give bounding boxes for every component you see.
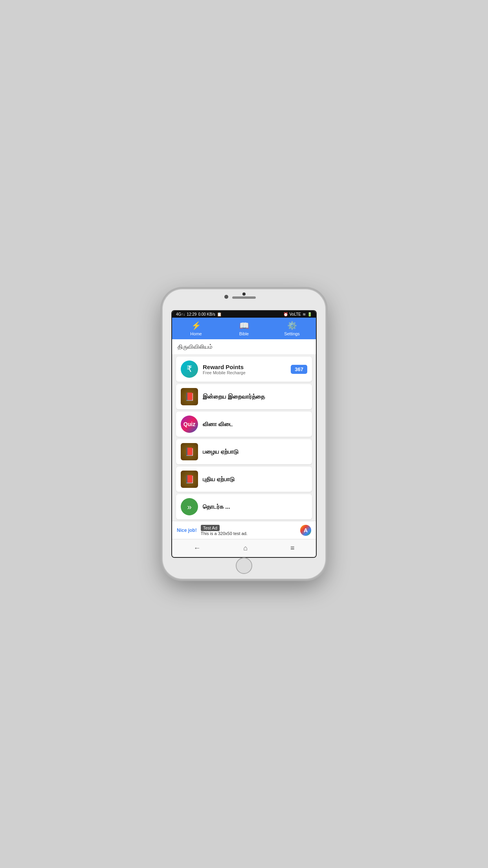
page-title: திருவிவிலியம் <box>172 339 316 354</box>
continue-item[interactable]: » தொடர்க ... <box>176 494 312 519</box>
phone-speaker <box>232 296 256 299</box>
nav-settings-label: Settings <box>284 331 300 336</box>
status-right: ⏰ VoLTE ≋ 🔋 <box>283 312 312 316</box>
old-testament-icon: 📕 <box>181 443 198 460</box>
phone-dot <box>242 292 246 296</box>
settings-icon: ⚙️ <box>287 321 297 330</box>
continue-icon: » <box>181 498 198 515</box>
home-physical-button[interactable] <box>236 557 252 574</box>
reward-subtitle: Free Mobile Recharge <box>203 370 286 375</box>
today-word-item[interactable]: 📕 இன்றைய இறைவார்த்தை <box>176 384 312 409</box>
navigation-bar: ⚡ Home 📖 Bible ⚙️ Settings <box>172 318 316 339</box>
data-speed: 0.00 KB/s <box>198 312 215 316</box>
new-testament-item[interactable]: 📕 புதிய ஏற்பாடு <box>176 467 312 492</box>
quiz-item[interactable]: Quiz வினா விடை <box>176 412 312 437</box>
phone-camera <box>224 295 228 299</box>
reward-icon: ₹ <box>181 360 198 378</box>
old-testament-title: பழைய ஏற்பாடு <box>203 448 307 455</box>
phone-frame: 4G↑↓ 12:29 0.00 KB/s 📋 ⏰ VoLTE ≋ 🔋 ⚡ Hom… <box>163 289 325 579</box>
ad-bar: Nice job! Test Ad This is a 320x50 test … <box>172 521 316 539</box>
signal-icon: 4G↑↓ <box>176 312 185 316</box>
today-word-text: இன்றைய இறைவார்த்தை <box>203 393 307 400</box>
home-icon: ⚡ <box>191 321 201 330</box>
quiz-title: வினா விடை <box>203 421 307 428</box>
content-area: ₹ Reward Points Free Mobile Recharge 367… <box>172 354 316 521</box>
old-testament-item[interactable]: 📕 பழைய ஏற்பாடு <box>176 439 312 464</box>
ad-logo: A <box>300 525 311 536</box>
screen: 4G↑↓ 12:29 0.00 KB/s 📋 ⏰ VoLTE ≋ 🔋 ⚡ Hom… <box>171 310 317 558</box>
bottom-nav: ← ⌂ ≡ <box>172 539 316 557</box>
battery-icon: 🔋 <box>307 312 312 316</box>
status-left: 4G↑↓ 12:29 0.00 KB/s 📋 <box>176 312 222 316</box>
reward-item[interactable]: ₹ Reward Points Free Mobile Recharge 367 <box>176 357 312 382</box>
nav-bible-label: Bible <box>239 331 249 336</box>
ad-nice-job: Nice job! <box>177 528 197 533</box>
continue-text: தொடர்க ... <box>203 503 307 510</box>
home-button[interactable]: ⌂ <box>235 542 255 554</box>
ad-text: This is a 320x50 test ad. <box>201 531 248 536</box>
bible-nav-icon: 📖 <box>239 321 249 330</box>
alarm-icon: ⏰ <box>283 312 288 316</box>
quiz-icon: Quiz <box>181 416 198 433</box>
status-bar: 4G↑↓ 12:29 0.00 KB/s 📋 ⏰ VoLTE ≋ 🔋 <box>172 311 316 318</box>
reward-badge: 367 <box>291 365 307 374</box>
quiz-text: வினா விடை <box>203 421 307 428</box>
menu-button[interactable]: ≡ <box>283 542 303 554</box>
reward-text: Reward Points Free Mobile Recharge <box>203 364 286 375</box>
ad-test-badge: Test Ad <box>201 525 220 531</box>
reward-title: Reward Points <box>203 364 286 370</box>
new-testament-title: புதிய ஏற்பாடு <box>203 476 307 483</box>
today-word-icon: 📕 <box>181 388 198 405</box>
page-title-text: திருவிவிலியம் <box>178 343 213 350</box>
back-button[interactable]: ← <box>185 542 208 554</box>
nav-bible[interactable]: 📖 Bible <box>230 321 258 336</box>
nav-home-label: Home <box>190 331 202 336</box>
new-testament-text: புதிய ஏற்பாடு <box>203 476 307 483</box>
today-word-title: இன்றைய இறைவார்த்தை <box>203 393 307 400</box>
old-testament-text: பழைய ஏற்பாடு <box>203 448 307 455</box>
volte-icon: VoLTE <box>290 312 301 316</box>
new-testament-icon: 📕 <box>181 471 198 488</box>
time-display: 12:29 <box>187 312 196 316</box>
sim-icon: 📋 <box>217 312 222 316</box>
nav-home[interactable]: ⚡ Home <box>182 321 210 336</box>
continue-title: தொடர்க ... <box>203 503 307 510</box>
wifi-icon: ≋ <box>303 312 306 316</box>
nav-settings[interactable]: ⚙️ Settings <box>278 321 306 336</box>
ad-middle: Test Ad This is a 320x50 test ad. <box>201 525 296 536</box>
